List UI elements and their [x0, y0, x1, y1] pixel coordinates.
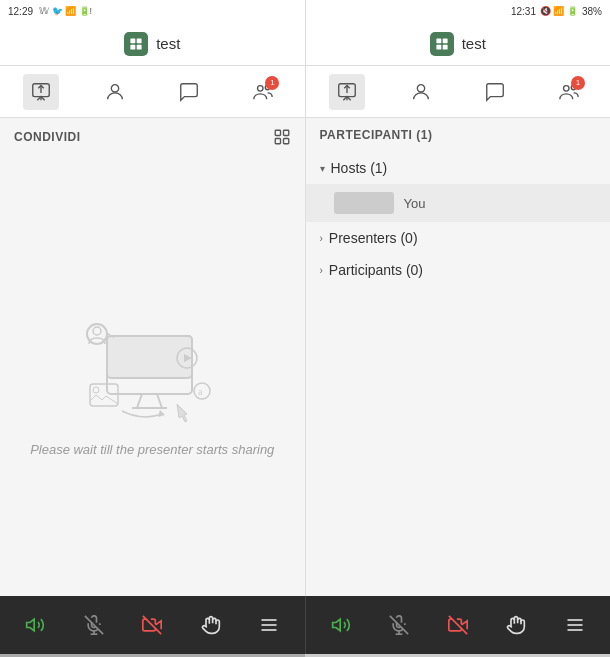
participants-list: ▾ Hosts (1) You › Presenters (0) › Parti… — [306, 152, 611, 596]
svg-marker-35 — [158, 410, 165, 417]
tab-person-left[interactable] — [97, 74, 133, 110]
host-avatar — [334, 192, 394, 214]
svg-line-27 — [157, 394, 162, 408]
right-hand-button[interactable] — [499, 608, 533, 642]
svg-point-30 — [93, 327, 101, 335]
svg-point-34 — [93, 387, 99, 393]
right-title-bar: test — [306, 22, 611, 65]
left-toolbar — [0, 596, 306, 654]
svg-point-18 — [563, 85, 569, 91]
hosts-chevron-down: ▾ — [320, 163, 325, 174]
host-item: You — [306, 184, 611, 222]
left-panel-header: CONDIVIDI — [0, 118, 305, 156]
tab-participants-right[interactable]: 1 — [551, 74, 587, 110]
participants-label: Participants (0) — [329, 262, 423, 278]
right-title-text: test — [462, 35, 486, 52]
svg-rect-20 — [275, 130, 280, 135]
share-placeholder-text: Please wait till the presenter starts sh… — [30, 442, 274, 457]
svg-point-12 — [258, 85, 264, 91]
svg-rect-22 — [275, 139, 280, 144]
participants-section-row[interactable]: › Participants (0) — [306, 254, 611, 286]
left-hand-button[interactable] — [194, 608, 228, 642]
svg-text:a: a — [198, 386, 203, 397]
svg-rect-6 — [436, 44, 441, 49]
left-time: 12:29 — [8, 6, 33, 17]
tab-person-right[interactable] — [403, 74, 439, 110]
status-icons-left: 𝕎 🐦 📶 🔋! — [39, 6, 92, 16]
svg-rect-0 — [131, 38, 136, 43]
toolbars — [0, 596, 610, 654]
svg-rect-2 — [131, 44, 136, 49]
svg-line-26 — [137, 394, 142, 408]
expand-icon — [273, 128, 291, 146]
main-content: CONDIVIDI — [0, 118, 610, 596]
status-bars: 12:29 𝕎 🐦 📶 🔋! 12:31 🔇 📶 🔋 38% — [0, 0, 610, 22]
svg-rect-1 — [137, 38, 142, 43]
title-bars: test test — [0, 22, 610, 66]
tab-chat-left[interactable] — [171, 74, 207, 110]
svg-marker-46 — [332, 619, 340, 631]
left-speaker-button[interactable] — [18, 608, 52, 642]
status-icons-right: 🔇 📶 🔋 — [540, 6, 578, 16]
left-tab-section: 1 — [0, 66, 306, 117]
left-more-button[interactable] — [252, 608, 286, 642]
svg-point-11 — [112, 84, 119, 91]
svg-rect-5 — [442, 38, 447, 43]
svg-rect-21 — [283, 130, 288, 135]
left-title-text: test — [156, 35, 180, 52]
right-toolbar — [306, 596, 611, 654]
svg-rect-25 — [107, 336, 192, 378]
tab-chat-right[interactable] — [477, 74, 513, 110]
svg-rect-23 — [283, 139, 288, 144]
left-status-bar: 12:29 𝕎 🐦 📶 🔋! — [0, 0, 305, 22]
left-video-button[interactable] — [135, 608, 169, 642]
right-video-button[interactable] — [441, 608, 475, 642]
right-speaker-button[interactable] — [324, 608, 358, 642]
participants-badge-right: 1 — [571, 76, 585, 90]
svg-rect-4 — [436, 38, 441, 43]
tab-bars: 1 — [0, 66, 610, 118]
presenters-label: Presenters (0) — [329, 230, 418, 246]
right-tab-section: 1 — [306, 66, 611, 117]
battery-percent: 38% — [582, 6, 602, 17]
share-content: a Please wait till the presenter starts … — [0, 156, 305, 596]
left-panel: CONDIVIDI — [0, 118, 306, 596]
svg-point-17 — [417, 84, 424, 91]
right-mic-button[interactable] — [382, 608, 416, 642]
host-you-label: You — [404, 196, 426, 211]
partecipanti-label: PARTECIPANTI (1) — [320, 128, 433, 142]
condividi-label: CONDIVIDI — [14, 130, 81, 144]
tab-participants-left[interactable]: 1 — [245, 74, 281, 110]
right-time: 12:31 — [511, 6, 536, 17]
left-mic-button[interactable] — [77, 608, 111, 642]
participants-badge-left: 1 — [265, 76, 279, 90]
right-app-icon — [430, 32, 454, 56]
hosts-label: Hosts (1) — [331, 160, 388, 176]
right-more-button[interactable] — [558, 608, 592, 642]
left-app-icon — [124, 32, 148, 56]
participants-chevron-right: › — [320, 265, 323, 276]
presenters-section-row[interactable]: › Presenters (0) — [306, 222, 611, 254]
presenters-chevron-right: › — [320, 233, 323, 244]
right-status-bar: 12:31 🔇 📶 🔋 38% — [305, 0, 611, 22]
svg-rect-7 — [442, 44, 447, 49]
right-panel: PARTECIPANTI (1) ▾ Hosts (1) You › Prese… — [306, 118, 611, 596]
tab-share-right[interactable] — [329, 74, 365, 110]
participants-header: PARTECIPANTI (1) — [306, 118, 611, 152]
svg-rect-3 — [137, 44, 142, 49]
left-title-bar: test — [0, 22, 306, 65]
share-illustration: a — [72, 296, 232, 426]
hosts-section-row[interactable]: ▾ Hosts (1) — [306, 152, 611, 184]
tab-share-left[interactable] — [23, 74, 59, 110]
svg-marker-38 — [27, 619, 35, 631]
